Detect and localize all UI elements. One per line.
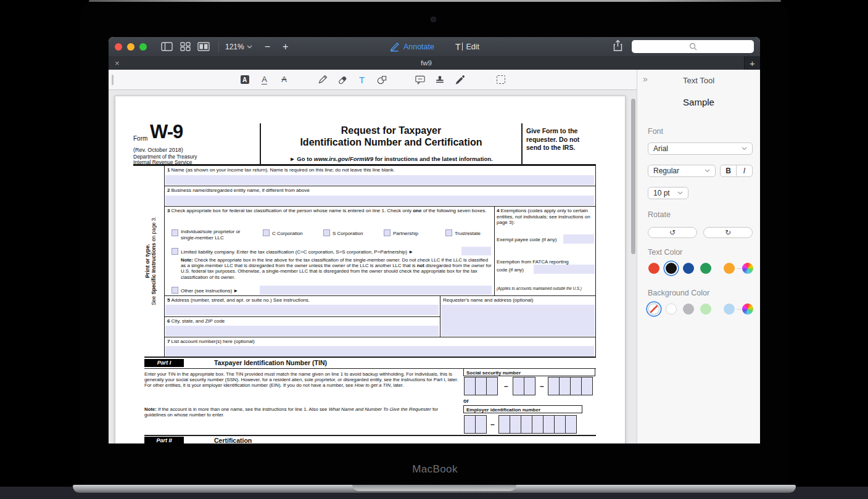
text-color-custom-wheel[interactable] — [742, 263, 753, 274]
italic-button[interactable]: I — [737, 165, 752, 176]
other-field[interactable] — [260, 286, 492, 295]
toolbar-drag-handle[interactable] — [112, 75, 114, 85]
note-comment-tool-icon[interactable] — [415, 73, 426, 86]
part1-tag: Part I — [144, 359, 184, 367]
checkbox-c-corporation[interactable] — [263, 229, 270, 236]
font-style-dropdown[interactable]: Regular — [648, 165, 716, 177]
new-tab-button[interactable]: + — [744, 56, 760, 70]
chevron-down-icon — [677, 191, 683, 195]
exempt-payee-field[interactable] — [563, 234, 594, 244]
checkbox-llc[interactable] — [172, 248, 178, 255]
minimize-window-button[interactable] — [127, 43, 134, 51]
bold-button[interactable]: B — [721, 165, 737, 176]
zoom-in-button[interactable]: + — [283, 42, 288, 52]
part1-title: Taxpayer Identification Number (TIN) — [214, 359, 327, 366]
text-color-black[interactable] — [666, 263, 677, 274]
zoom-level-dropdown[interactable]: 121% — [225, 43, 252, 51]
search-icon — [689, 43, 697, 51]
edit-text-icon: T — [455, 42, 463, 52]
line6-city-field[interactable] — [165, 326, 439, 336]
rotate-section-label: Rotate — [648, 210, 671, 219]
checkbox-partnership[interactable] — [384, 229, 391, 236]
ein-label-box: Employer identification number — [463, 405, 582, 413]
select-tool-icon[interactable] — [495, 73, 506, 86]
checkbox-s-corporation[interactable] — [323, 229, 330, 236]
line2-business-name-field[interactable] — [165, 196, 594, 205]
line1-label: 1Name (as shown on your income tax retur… — [167, 167, 593, 173]
checkbox-other[interactable] — [172, 287, 178, 294]
w9-document-page: Form W-9 (Rev. October 2018) Department … — [115, 96, 626, 443]
thumbnails-view-button[interactable] — [178, 41, 192, 53]
text-tool-icon[interactable]: T — [357, 73, 368, 86]
ssn-group-3[interactable] — [548, 377, 593, 395]
underline-tool-icon[interactable]: A — [259, 73, 270, 86]
bg-color-custom-wheel[interactable] — [742, 303, 753, 315]
bg-color-green[interactable] — [700, 303, 711, 315]
form-word: Form — [133, 135, 147, 142]
option-individual-label: Individual/sole proprietor or single-mem… — [181, 229, 242, 241]
rotate-cw-button[interactable]: ↻ — [703, 227, 753, 238]
bg-color-blue[interactable] — [724, 303, 735, 315]
text-color-orange[interactable] — [724, 263, 735, 274]
text-color-blue[interactable] — [683, 263, 694, 274]
document-tab-bar: × fw9 + — [109, 56, 760, 70]
document-viewport: Form W-9 (Rev. October 2018) Department … — [109, 90, 637, 443]
line5-label: 5Address (number, street, and apt. or su… — [167, 297, 436, 303]
pencil-tool-icon[interactable] — [317, 73, 328, 86]
two-page-view-button[interactable] — [196, 41, 211, 53]
part1-paragraph: Enter your TIN in the appropriate box. T… — [144, 371, 460, 389]
bg-color-none[interactable] — [648, 303, 659, 315]
ssn-group-2[interactable] — [513, 377, 535, 395]
zoom-out-button[interactable]: − — [265, 42, 270, 52]
close-tab-button[interactable]: × — [115, 59, 120, 68]
text-color-green[interactable] — [700, 263, 711, 274]
eraser-tool-icon[interactable] — [337, 73, 348, 86]
stamp-tool-icon[interactable] — [434, 73, 445, 86]
vertical-scrollbar[interactable] — [631, 99, 635, 254]
requester-field[interactable] — [441, 305, 595, 336]
ssn-group-1[interactable] — [465, 377, 498, 395]
ein-group-1[interactable] — [465, 415, 487, 434]
font-size-dropdown[interactable]: 10 pt — [648, 187, 688, 199]
ein-group-2[interactable] — [499, 415, 577, 434]
signature-pen-tool-icon[interactable] — [454, 73, 465, 86]
strikethrough-tool-icon[interactable]: A — [279, 73, 290, 86]
shape-tool-icon[interactable] — [376, 73, 387, 86]
line5-address-field[interactable] — [165, 305, 439, 315]
form-number: W-9 — [150, 121, 183, 143]
line1-name-field[interactable] — [165, 175, 594, 185]
llc-classification-field[interactable] — [461, 247, 491, 255]
chevron-down-icon — [742, 147, 747, 151]
toolbar-separator — [218, 41, 219, 52]
bg-color-white[interactable] — [666, 303, 677, 315]
checkbox-trust-estate[interactable] — [445, 229, 452, 236]
close-window-button[interactable] — [115, 43, 122, 51]
tab-title: fw9 — [421, 59, 432, 67]
app-window: 121% − + Annotate T Edit — [109, 37, 760, 443]
background-color-section-label: Background Color — [648, 289, 709, 297]
zoom-window-button[interactable] — [139, 43, 147, 51]
edit-tab[interactable]: T Edit — [455, 42, 479, 52]
document-tab[interactable]: × fw9 — [109, 56, 744, 70]
macbook-brand-label: MacBook — [80, 463, 790, 476]
line7-account-field[interactable] — [165, 346, 594, 357]
title-toolbar: 121% − + Annotate T Edit — [109, 37, 760, 56]
bg-color-gray[interactable] — [683, 303, 694, 315]
annotate-tab[interactable]: Annotate — [389, 41, 434, 52]
line7-label: 7List account number(s) here (optional) — [167, 339, 593, 345]
bold-italic-group: B I — [720, 165, 753, 177]
highlight-text-tool-icon[interactable]: A — [239, 73, 250, 86]
option-partnership-label: Partnership — [393, 231, 418, 237]
zoom-level-value: 121% — [225, 43, 244, 51]
part2-tag: Part II — [144, 437, 184, 443]
text-color-red[interactable] — [648, 263, 659, 274]
share-button[interactable] — [613, 39, 623, 54]
sidebar-panel-button[interactable] — [159, 41, 174, 53]
other-label: Other (see instructions) ► — [181, 288, 238, 294]
rotate-ccw-button[interactable]: ↺ — [648, 227, 697, 238]
checkbox-individual[interactable] — [172, 229, 178, 236]
search-input[interactable] — [632, 40, 754, 53]
exempt-payee-label: Exempt payee code (if any) — [497, 237, 556, 243]
fatca-field[interactable] — [534, 265, 595, 274]
font-family-dropdown[interactable]: Arial — [648, 142, 753, 155]
